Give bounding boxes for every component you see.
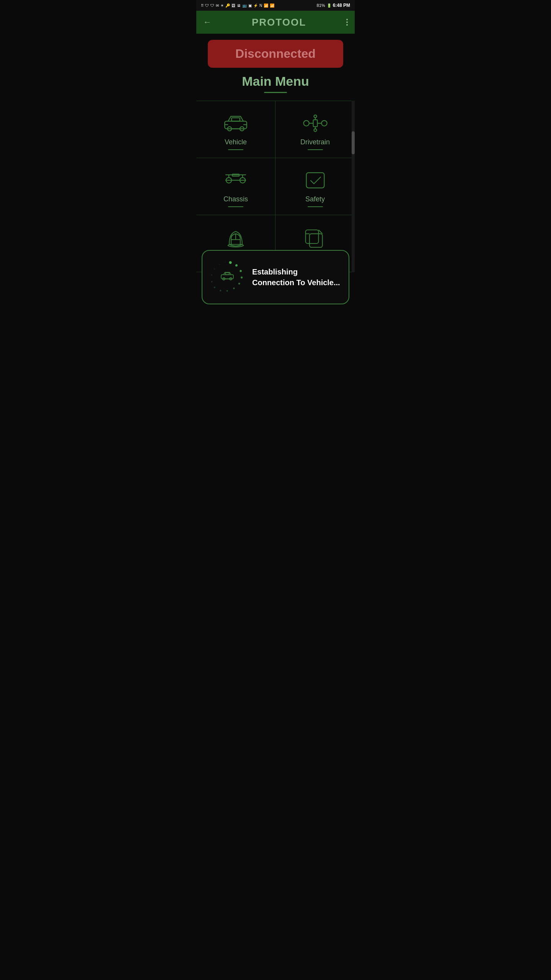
chassis-icon xyxy=(222,170,249,191)
nfc-icon: N xyxy=(259,3,262,8)
wifi-icon: 📶 xyxy=(264,3,268,8)
vehicle-icon xyxy=(222,113,249,134)
connection-text: Establishing Connection To Vehicle... xyxy=(252,266,341,288)
svg-point-14 xyxy=(314,115,316,118)
svg-line-29 xyxy=(318,230,322,234)
safety-label: Safety xyxy=(305,195,325,203)
vehicle-underline xyxy=(228,149,243,150)
status-bar: ⠿ 🛡 🛡 ✉ ☀ 🔑 🖼 🖥 📺 ▣ ⚡ N 📶 📶 81% 🔋 6:48 P… xyxy=(196,0,355,11)
notifications-icon: ⠿ xyxy=(201,3,204,8)
svg-point-32 xyxy=(241,275,244,278)
vehicle-label: Vehicle xyxy=(225,138,247,146)
monitor-icon: 🖥 xyxy=(237,3,241,8)
svg-point-15 xyxy=(314,129,316,131)
key-icon: 🔑 xyxy=(225,3,230,8)
svg-point-7 xyxy=(303,121,309,126)
svg-point-30 xyxy=(233,263,237,266)
menu-dot-2 xyxy=(346,21,348,23)
svg-rect-23 xyxy=(306,173,324,188)
svg-point-43 xyxy=(230,262,231,263)
menu-item-vehicle[interactable]: Vehicle xyxy=(196,101,276,158)
menu-dot-3 xyxy=(346,24,348,26)
email-icon: ✉ xyxy=(216,3,219,8)
drivetrain-icon xyxy=(302,113,329,134)
photo-icon: 🖼 xyxy=(231,3,235,8)
app-title: PROTOOL xyxy=(252,16,306,28)
status-time: 6:48 PM xyxy=(333,3,350,8)
signal-icon: 📶 xyxy=(270,3,274,8)
safety-underline xyxy=(308,206,323,207)
safety-icon xyxy=(302,170,329,191)
svg-point-42 xyxy=(224,262,225,263)
bluetooth-icon: ⚡ xyxy=(253,3,258,8)
svg-point-40 xyxy=(213,269,214,270)
disconnected-banner[interactable]: Disconnected xyxy=(208,40,343,68)
svg-point-31 xyxy=(238,268,241,271)
svg-point-36 xyxy=(221,289,223,291)
menu-grid: Vehicle Drivetrain xyxy=(196,101,355,272)
svg-rect-11 xyxy=(313,120,317,127)
svg-point-39 xyxy=(210,275,212,277)
main-menu-title: Main Menu xyxy=(196,74,355,89)
menu-dot-1 xyxy=(346,19,348,20)
svg-rect-4 xyxy=(231,118,240,121)
wifi-shield-icon: 🛡 xyxy=(205,3,209,8)
menu-item-safety[interactable]: Safety xyxy=(276,158,355,215)
status-right: 81% 🔋 6:48 PM xyxy=(317,3,350,8)
chassis-label: Chassis xyxy=(223,195,248,203)
svg-point-35 xyxy=(228,289,231,291)
flipboard-icon: ▣ xyxy=(248,3,252,8)
svg-point-37 xyxy=(215,286,217,289)
battery-icon: 🔋 xyxy=(327,3,331,8)
spinner-container xyxy=(210,260,245,294)
svg-rect-27 xyxy=(309,234,322,248)
menu-item-drivetrain[interactable]: Drivetrain xyxy=(276,101,355,158)
svg-point-8 xyxy=(321,121,327,126)
scrollbar-thumb[interactable] xyxy=(352,131,355,154)
toolbar: ← PROTOOL xyxy=(196,11,355,34)
scrollbar-track[interactable] xyxy=(352,101,355,272)
svg-point-41 xyxy=(218,264,219,266)
svg-point-33 xyxy=(239,281,242,284)
menu-button[interactable] xyxy=(346,19,348,26)
status-left: ⠿ 🛡 🛡 ✉ ☀ 🔑 🖼 🖥 📺 ▣ ⚡ N 📶 📶 xyxy=(201,3,274,8)
drivetrain-underline xyxy=(308,149,323,150)
svg-point-38 xyxy=(211,281,213,283)
svg-rect-48 xyxy=(225,273,229,275)
menu-container: Vehicle Drivetrain xyxy=(196,101,355,272)
drivetrain-label: Drivetrain xyxy=(300,138,330,146)
disconnected-label: Disconnected xyxy=(235,47,316,60)
chassis-underline xyxy=(228,206,243,207)
connection-modal: Establishing Connection To Vehicle... xyxy=(202,250,349,304)
shield-icon: 🛡 xyxy=(210,3,214,8)
monitor2-icon: 📺 xyxy=(242,3,247,8)
back-button[interactable]: ← xyxy=(203,17,212,27)
svg-point-34 xyxy=(235,286,238,289)
spinner-car-icon xyxy=(220,271,234,284)
weather-icon: ☀ xyxy=(220,3,224,8)
title-underline xyxy=(264,92,287,93)
interior-icon xyxy=(222,227,249,248)
battery-level: 81% xyxy=(317,3,325,8)
svg-rect-26 xyxy=(305,230,318,243)
menu-item-chassis[interactable]: Chassis xyxy=(196,158,276,215)
entertainment-icon xyxy=(302,227,329,248)
